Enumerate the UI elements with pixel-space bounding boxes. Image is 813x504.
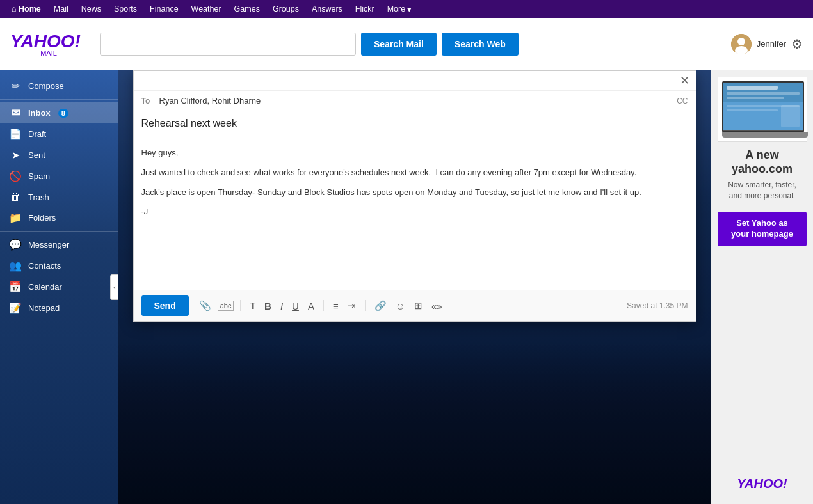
content-area: ✕ To Ryan Clifford, Rohit Dharne CC Rehe… <box>118 70 711 504</box>
set-homepage-button[interactable]: Set Yahoo as your homepage <box>718 212 807 246</box>
svg-rect-9 <box>727 109 778 111</box>
inbox-badge: 8 <box>58 109 68 118</box>
toolbar-sep-1 <box>240 300 241 311</box>
top-navigation: ⌂ Home Mail News Sports Finance Weather … <box>0 0 813 18</box>
spam-icon: 🚫 <box>9 170 22 182</box>
spellcheck-icon[interactable]: abc <box>218 301 234 311</box>
sidebar-item-inbox[interactable]: ✉ Inbox 8 <box>0 102 118 123</box>
nav-home[interactable]: ⌂ Home <box>5 0 47 18</box>
folders-icon: 📁 <box>9 212 22 224</box>
bold-icon[interactable]: B <box>262 299 274 313</box>
nav-mail[interactable]: Mail <box>47 0 75 18</box>
underline-icon[interactable]: U <box>289 299 302 313</box>
user-name: Jennifer <box>757 39 786 49</box>
sidebar-item-trash[interactable]: 🗑 Trash <box>0 187 118 207</box>
compose-header-bar: ✕ <box>134 71 696 91</box>
draft-icon: 📄 <box>9 128 22 140</box>
to-line: To Ryan Clifford, Rohit Dharne CC <box>134 91 696 111</box>
sidebar-item-messenger[interactable]: 💬 Messenger <box>0 234 118 255</box>
nav-more[interactable]: More ▾ <box>381 0 418 18</box>
cc-label[interactable]: CC <box>677 97 688 106</box>
italic-icon[interactable]: I <box>278 299 286 313</box>
messenger-icon: 💬 <box>9 239 22 251</box>
main-layout: ✏ Compose ✉ Inbox 8 📄 Draft ➤ Sent 🚫 Spa… <box>0 70 813 504</box>
compose-overlay: ✕ To Ryan Clifford, Rohit Dharne CC Rehe… <box>118 70 711 504</box>
sidebar-item-sent[interactable]: ➤ Sent <box>0 145 118 166</box>
nav-sports[interactable]: Sports <box>108 0 143 18</box>
search-web-button[interactable]: Search Web <box>442 33 519 56</box>
ad-headline: A newyahoo.com <box>728 148 796 176</box>
compose-window: ✕ To Ryan Clifford, Rohit Dharne CC Rehe… <box>133 70 696 322</box>
sidebar-item-spam[interactable]: 🚫 Spam <box>0 166 118 187</box>
sidebar-divider <box>0 99 118 100</box>
ad-laptop-image <box>718 77 807 142</box>
compose-body[interactable]: Hey guys, Just wanted to check and see w… <box>134 136 696 290</box>
subject-line[interactable]: Rehearsal next week <box>134 111 696 136</box>
search-input[interactable] <box>100 33 356 56</box>
svg-rect-10 <box>781 105 800 127</box>
settings-icon[interactable]: ⚙ <box>791 36 803 52</box>
ad-panel: A newyahoo.com Now smarter, faster,and m… <box>711 70 813 504</box>
search-mail-button[interactable]: Search Mail <box>361 33 437 56</box>
contacts-icon: 👥 <box>9 260 22 272</box>
svg-point-1 <box>737 38 745 45</box>
font-size-icon[interactable]: T <box>247 299 258 312</box>
yahoo-mail-logo: YAHOO! MAIL <box>10 31 87 57</box>
sidebar-item-calendar[interactable]: 📅 Calendar <box>0 276 118 297</box>
user-area: Jennifer ⚙ <box>731 34 803 54</box>
attach-icon[interactable]: 📎 <box>197 299 214 313</box>
nav-answers[interactable]: Answers <box>305 0 349 18</box>
table-icon[interactable]: ⊞ <box>412 299 425 313</box>
indent-icon[interactable]: ⇥ <box>345 299 358 313</box>
compose-toolbar: Send 📎 abc T B I U A ≡ ⇥ 🔗 ☺ ⊞ «» <box>134 290 696 321</box>
to-recipients[interactable]: Ryan Clifford, Rohit Dharne <box>159 96 672 106</box>
sidebar-divider-2 <box>0 231 118 232</box>
close-compose-button[interactable]: ✕ <box>680 75 689 86</box>
compose-button[interactable]: ✏ Compose <box>0 75 118 97</box>
sidebar-item-folders[interactable]: 📁 Folders <box>0 207 118 228</box>
ad-subline: Now smarter, faster,and more personal. <box>728 180 796 201</box>
nav-weather[interactable]: Weather <box>185 0 228 18</box>
font-color-icon[interactable]: A <box>305 299 317 313</box>
compose-icon: ✏ <box>9 80 22 92</box>
svg-rect-7 <box>727 97 784 99</box>
send-button[interactable]: Send <box>141 295 189 316</box>
to-label: To <box>141 97 154 106</box>
search-area: Search Mail Search Web <box>100 33 731 56</box>
nav-groups[interactable]: Groups <box>266 0 305 18</box>
header: YAHOO! MAIL Search Mail Search Web Jenni… <box>0 18 813 70</box>
sidebar-item-contacts[interactable]: 👥 Contacts <box>0 255 118 276</box>
nav-flickr[interactable]: Flickr <box>349 0 381 18</box>
sidebar-collapse-button[interactable]: ‹ <box>110 274 118 300</box>
ad-bottom-yahoo-logo: YAHOO! <box>730 470 794 498</box>
html-icon[interactable]: «» <box>429 299 445 313</box>
avatar <box>731 34 752 54</box>
calendar-icon: 📅 <box>9 281 22 293</box>
toolbar-sep-3 <box>365 300 366 311</box>
emoji-icon[interactable]: ☺ <box>393 299 408 313</box>
link-icon[interactable]: 🔗 <box>372 299 389 313</box>
chevron-down-icon: ▾ <box>407 4 412 14</box>
sidebar-item-draft[interactable]: 📄 Draft <box>0 123 118 145</box>
svg-rect-5 <box>727 86 778 90</box>
toolbar-sep-2 <box>323 300 324 311</box>
sidebar: ✏ Compose ✉ Inbox 8 📄 Draft ➤ Sent 🚫 Spa… <box>0 70 118 504</box>
inbox-icon: ✉ <box>9 107 22 119</box>
bullet-list-icon[interactable]: ≡ <box>330 299 341 313</box>
nav-news[interactable]: News <box>75 0 108 18</box>
ad-text-area: A newyahoo.com Now smarter, faster,and m… <box>721 142 803 208</box>
laptop-base <box>722 132 808 138</box>
notepad-icon: 📝 <box>9 302 22 314</box>
saved-status: Saved at 1.35 PM <box>627 301 688 310</box>
trash-icon: 🗑 <box>9 191 22 203</box>
svg-rect-6 <box>727 92 800 95</box>
nav-finance[interactable]: Finance <box>143 0 184 18</box>
sent-icon: ➤ <box>9 149 22 161</box>
nav-games[interactable]: Games <box>228 0 266 18</box>
laptop-screen <box>722 81 804 132</box>
sidebar-item-notepad[interactable]: 📝 Notepad <box>0 297 118 319</box>
home-icon: ⌂ <box>12 4 17 13</box>
